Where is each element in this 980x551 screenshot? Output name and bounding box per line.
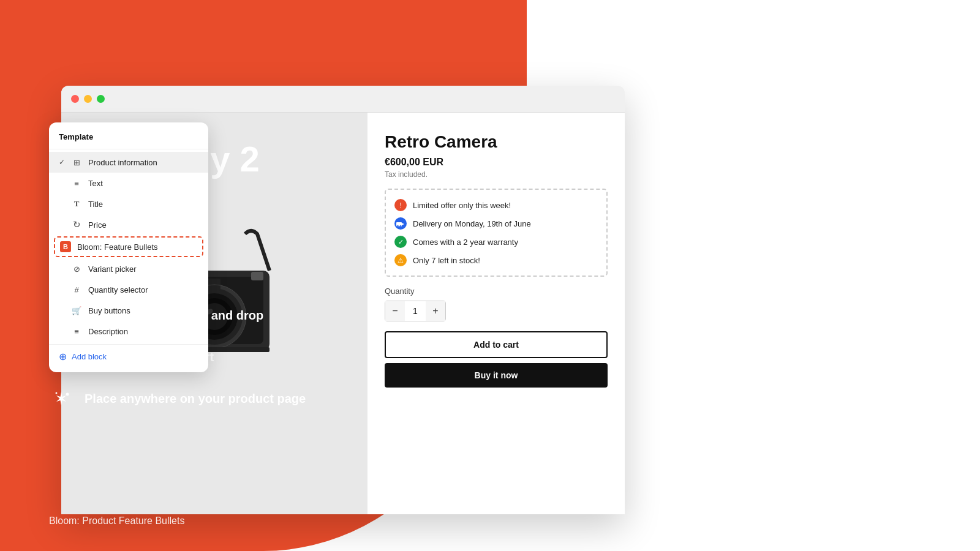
template-item-product-info[interactable]: ✓ ⊞ Product information: [49, 152, 208, 173]
product-title: Retro Camera: [385, 132, 608, 152]
template-item-buy[interactable]: 🛒 Buy buttons: [49, 300, 208, 321]
T-icon: T: [71, 198, 82, 209]
template-item-bloom[interactable]: B Bloom: Feature Bullets: [54, 236, 203, 257]
bloom-icon: B: [60, 241, 71, 252]
cart-icon: 🛒: [71, 305, 82, 316]
description-icon: ≡: [71, 326, 82, 337]
grid-icon: ⊞: [71, 157, 82, 168]
bullet-item-warranty: ✓ Comes with a 2 year warranty: [394, 233, 598, 251]
price-icon: ↻: [71, 219, 82, 230]
svg-point-5: [66, 392, 69, 395]
bullet-item-stock: ⚠ Only 7 left in stock!: [394, 251, 598, 269]
template-item-label-buy: Buy buttons: [88, 306, 130, 315]
product-price: €600,00 EUR: [385, 157, 608, 168]
quantity-plus-button[interactable]: +: [426, 301, 445, 321]
bottom-label: Bloom: Product Feature Bullets: [49, 515, 184, 527]
template-item-text[interactable]: ≡ Text: [49, 173, 208, 193]
tax-note: Tax included.: [385, 170, 608, 179]
template-item-label-product-info: Product information: [88, 158, 157, 167]
bullet-icon-warranty: ✓: [394, 236, 407, 248]
add-block-button[interactable]: ⊕ Add block: [49, 344, 208, 362]
bullet-icon-stock: ⚠: [394, 254, 407, 266]
bullet-icon-delivery: [394, 217, 407, 230]
template-item-label-price: Price: [88, 220, 107, 230]
bullet-text-stock: Only 7 left in stock!: [413, 256, 480, 265]
bullet-item-offer: ! Limited offer only this week!: [394, 196, 598, 214]
template-item-label-bloom: Bloom: Feature Bullets: [77, 242, 158, 252]
template-item-price[interactable]: ↻ Price: [49, 214, 208, 235]
add-block-icon: ⊕: [59, 351, 67, 362]
quantity-value: 1: [405, 306, 426, 316]
lines-icon: ≡: [71, 178, 82, 189]
svg-point-23: [397, 225, 399, 227]
bullet-text-delivery: Delivery on Monday, 19th of June: [413, 219, 531, 228]
check-icon: ✓: [59, 158, 65, 167]
template-item-title[interactable]: T Title: [49, 193, 208, 214]
feature-text-place: Place anywhere on your product page: [85, 392, 306, 406]
template-item-label-variant: Variant picker: [88, 264, 137, 274]
quantity-minus-button[interactable]: −: [385, 301, 405, 321]
quantity-label: Quantity: [385, 287, 608, 296]
template-item-label-description: Description: [88, 327, 128, 336]
bullet-text-warranty: Comes with a 2 year warranty: [413, 238, 518, 247]
feature-bullets-box: ! Limited offer only this week! Delivery…: [385, 189, 608, 277]
template-heading: Template: [49, 132, 208, 149]
template-item-label-quantity: Quantity selector: [88, 285, 148, 294]
svg-point-6: [56, 392, 58, 394]
bullet-item-delivery: Delivery on Monday, 19th of June: [394, 214, 598, 233]
feature-item-place: Place anywhere on your product page: [49, 387, 306, 411]
add-to-cart-button[interactable]: Add to cart: [385, 331, 608, 358]
sparkle-icon: [49, 387, 74, 411]
quantity-control: − 1 +: [385, 301, 446, 321]
template-item-variant[interactable]: ⊘ Variant picker: [49, 258, 208, 279]
hash-icon: #: [71, 284, 82, 295]
bullet-text-offer: Limited offer only this week!: [413, 201, 511, 210]
variant-icon: ⊘: [71, 263, 82, 274]
template-item-description[interactable]: ≡ Description: [49, 321, 208, 342]
template-item-label-text: Text: [88, 179, 103, 188]
bullet-icon-offer: !: [394, 199, 407, 211]
add-block-label: Add block: [72, 352, 107, 361]
buy-now-button[interactable]: Buy it now: [385, 363, 608, 388]
product-info-side: Retro Camera €600,00 EUR Tax included. !…: [368, 113, 625, 514]
template-item-label-title: Title: [88, 200, 103, 209]
template-panel: Template ✓ ⊞ Product information ≡ Text …: [49, 122, 208, 372]
svg-marker-22: [402, 223, 404, 225]
svg-point-24: [400, 225, 402, 227]
template-item-quantity[interactable]: # Quantity selector: [49, 279, 208, 300]
